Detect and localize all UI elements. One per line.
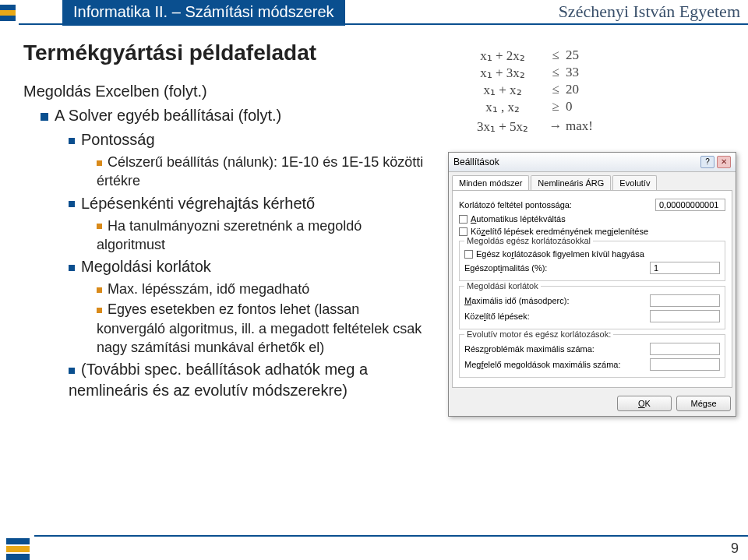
slide-footer: 9 [0,534,748,560]
footer-rule [34,535,748,537]
bullet-further: (További spec. beállítások adhatók meg a… [69,361,368,399]
precision-input[interactable] [655,199,725,211]
subproblems-input[interactable] [650,343,720,355]
tab-evolutionary[interactable]: Evolutív [612,175,657,190]
tab-all-methods[interactable]: Minden módszer [452,175,529,190]
page-number: 9 [731,541,739,557]
slide-header: Informatika II. – Számítási módszerek Sz… [0,0,748,28]
header-rule [19,23,748,25]
bullet-stepwise-detail: Ha tanulmányozni szeretnénk a megoldó al… [97,218,362,252]
bullet-limits-a: Max. lépésszám, idő megadható [108,281,309,297]
fieldset-limits: Megoldási korlátok Maximális idő (másodp… [459,286,725,329]
fieldset-integer-legend: Megoldás egész korlátozásokkal [464,236,593,245]
university-name: Széchenyi István Egyetem [559,2,740,22]
subproblems-label: Részproblémák maximális száma: [464,344,650,354]
solutions-label: Megfelelő megoldások maximális száma: [464,360,650,369]
settings-dialog: Beállítások ? ✕ Minden módszer Nemlineár… [448,152,736,417]
header-stripe-icon [0,5,16,20]
cancel-button[interactable]: Mégse [676,396,731,411]
bullet-limits: Megoldási korlátok [81,258,211,275]
show-iter-checkbox[interactable] [459,227,468,236]
bullet-limits-b: Egyes esetekben ez fontos lehet (lassan … [97,301,422,355]
help-button[interactable]: ? [700,156,714,168]
fieldset-evo-legend: Evolutív motor és egész korlátozások: [464,329,613,339]
int-opt-input[interactable] [650,262,720,274]
iterations-input[interactable] [650,310,720,322]
tab-nonlinear[interactable]: Nemlineáris ÁRG [531,175,611,190]
bullet-pontossag: Pontosság [81,131,155,148]
dialog-title: Beállítások [453,157,698,167]
subtitle-2: A Solver egyéb beállításai (folyt.) [41,105,429,126]
int-opt-label: Egészoptimalitás (%): [464,263,650,273]
subtitle-1: Megoldás Excelben (folyt.) [23,81,429,102]
fieldset-limits-legend: Megoldási korlátok [464,281,541,291]
tabs: Minden módszer Nemlineáris ÁRG Evolutív [449,172,736,190]
max-time-label: Maximális idő (másodperc): [464,296,650,305]
show-iter-label: Közelítő lépések eredményének megjelenít… [471,227,725,236]
fieldset-integer: Megoldás egész korlátozásokkal Egész kor… [459,241,725,281]
max-time-input[interactable] [650,294,720,307]
bullet-pontossag-detail: Célszerű beállítás (nálunk): 1E-10 és 1E… [97,154,423,188]
footer-logo-icon [6,538,30,558]
equations-block: x₁ + 2x₂≤25 x₁ + 3x₂≤33 x₁ + x₂≤20 x₁ , … [460,47,605,136]
ignore-int-label: Egész korlátozások figyelmen kívül hagyá… [476,249,720,259]
solutions-input[interactable] [650,358,720,371]
slide-content: Megoldás Excelben (folyt.) A Solver egyé… [23,78,429,403]
course-title: Informatika II. – Számítási módszerek [62,0,345,26]
auto-scale-label: AAutomatikus léptékváltásutomatikus lépt… [471,214,725,224]
bullet-stepwise: Lépésenkénti végrehajtás kérhető [81,195,315,212]
fieldset-evo: Evolutív motor és egész korlátozások: Ré… [459,334,725,378]
close-button[interactable]: ✕ [717,156,731,168]
ignore-int-checkbox[interactable] [464,250,473,259]
auto-scale-checkbox[interactable] [459,215,468,224]
precision-label: Korlátozó feltétel pontossága: [459,200,655,210]
slide-title: Termékgyártási példafeladat [23,41,316,65]
ok-button[interactable]: OK [617,396,672,411]
iterations-label: Közelítő lépések: [464,312,650,321]
